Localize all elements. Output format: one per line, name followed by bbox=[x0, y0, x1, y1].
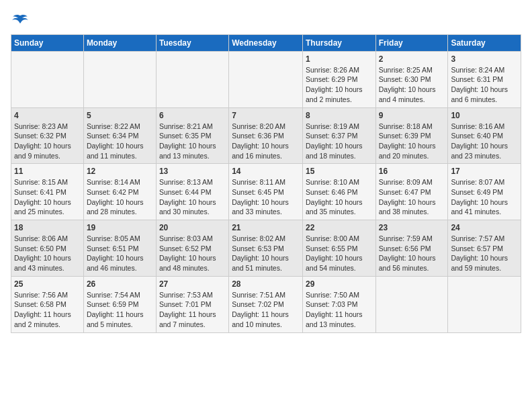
day-cell bbox=[83, 51, 156, 107]
day-cell: 11Sunrise: 8:15 AMSunset: 6:41 PMDayligh… bbox=[11, 164, 84, 220]
day-info: Sunrise: 7:56 AMSunset: 6:58 PMDaylight:… bbox=[14, 290, 81, 330]
day-cell: 21Sunrise: 8:02 AMSunset: 6:53 PMDayligh… bbox=[229, 220, 303, 277]
day-info: Sunrise: 7:57 AMSunset: 6:57 PMDaylight:… bbox=[451, 234, 518, 273]
day-cell: 16Sunrise: 8:09 AMSunset: 6:47 PMDayligh… bbox=[375, 164, 448, 220]
day-info: Sunrise: 8:26 AMSunset: 6:29 PMDaylight:… bbox=[306, 65, 373, 105]
day-cell: 2Sunrise: 8:25 AMSunset: 6:30 PMDaylight… bbox=[375, 51, 448, 107]
day-cell: 9Sunrise: 8:18 AMSunset: 6:39 PMDaylight… bbox=[375, 107, 448, 164]
day-info: Sunrise: 8:25 AMSunset: 6:30 PMDaylight:… bbox=[379, 65, 445, 105]
day-number: 5 bbox=[87, 111, 153, 120]
day-info: Sunrise: 8:06 AMSunset: 6:50 PMDaylight:… bbox=[14, 234, 81, 273]
day-number: 1 bbox=[306, 54, 373, 64]
day-info: Sunrise: 8:02 AMSunset: 6:53 PMDaylight:… bbox=[232, 234, 300, 273]
week-row-1: 1Sunrise: 8:26 AMSunset: 6:29 PMDaylight… bbox=[11, 51, 521, 107]
day-cell: 17Sunrise: 8:07 AMSunset: 6:49 PMDayligh… bbox=[448, 164, 521, 220]
day-cell: 24Sunrise: 7:57 AMSunset: 6:57 PMDayligh… bbox=[448, 220, 521, 277]
day-info: Sunrise: 8:21 AMSunset: 6:35 PMDaylight:… bbox=[159, 122, 226, 161]
day-cell: 10Sunrise: 8:16 AMSunset: 6:40 PMDayligh… bbox=[448, 107, 521, 164]
day-info: Sunrise: 8:10 AMSunset: 6:46 PMDaylight:… bbox=[306, 177, 373, 217]
day-number: 29 bbox=[306, 279, 373, 289]
day-cell: 3Sunrise: 8:24 AMSunset: 6:31 PMDaylight… bbox=[448, 51, 521, 107]
col-header-monday: Monday bbox=[83, 34, 156, 51]
week-row-3: 11Sunrise: 8:15 AMSunset: 6:41 PMDayligh… bbox=[11, 164, 521, 220]
day-number: 27 bbox=[159, 279, 226, 289]
day-number: 23 bbox=[379, 223, 445, 232]
day-cell: 8Sunrise: 8:19 AMSunset: 6:37 PMDaylight… bbox=[302, 107, 375, 164]
day-number: 16 bbox=[379, 167, 445, 176]
day-number: 3 bbox=[451, 54, 518, 64]
day-cell: 23Sunrise: 7:59 AMSunset: 6:56 PMDayligh… bbox=[375, 220, 448, 277]
day-cell: 29Sunrise: 7:50 AMSunset: 7:03 PMDayligh… bbox=[302, 276, 375, 332]
day-info: Sunrise: 7:50 AMSunset: 7:03 PMDaylight:… bbox=[306, 290, 373, 330]
col-header-thursday: Thursday bbox=[302, 34, 375, 51]
day-number: 19 bbox=[87, 223, 153, 232]
day-cell: 25Sunrise: 7:56 AMSunset: 6:58 PMDayligh… bbox=[11, 276, 84, 332]
header bbox=[11, 11, 521, 29]
week-row-5: 25Sunrise: 7:56 AMSunset: 6:58 PMDayligh… bbox=[11, 276, 521, 332]
day-cell: 12Sunrise: 8:14 AMSunset: 6:42 PMDayligh… bbox=[83, 164, 156, 220]
col-header-tuesday: Tuesday bbox=[156, 34, 228, 51]
day-number: 4 bbox=[14, 111, 81, 120]
day-info: Sunrise: 8:22 AMSunset: 6:34 PMDaylight:… bbox=[87, 122, 153, 161]
day-info: Sunrise: 8:09 AMSunset: 6:47 PMDaylight:… bbox=[379, 177, 445, 217]
day-cell: 26Sunrise: 7:54 AMSunset: 6:59 PMDayligh… bbox=[83, 276, 156, 332]
day-info: Sunrise: 8:00 AMSunset: 6:55 PMDaylight:… bbox=[306, 234, 373, 273]
day-number: 21 bbox=[232, 223, 300, 232]
day-info: Sunrise: 8:07 AMSunset: 6:49 PMDaylight:… bbox=[451, 177, 518, 217]
day-number: 11 bbox=[14, 167, 81, 176]
logo-bird-icon bbox=[11, 14, 29, 29]
day-info: Sunrise: 8:18 AMSunset: 6:39 PMDaylight:… bbox=[379, 122, 445, 161]
day-cell: 27Sunrise: 7:53 AMSunset: 7:01 PMDayligh… bbox=[156, 276, 228, 332]
day-number: 17 bbox=[451, 167, 518, 176]
day-cell: 6Sunrise: 8:21 AMSunset: 6:35 PMDaylight… bbox=[156, 107, 228, 164]
day-info: Sunrise: 8:16 AMSunset: 6:40 PMDaylight:… bbox=[451, 122, 518, 161]
day-info: Sunrise: 7:59 AMSunset: 6:56 PMDaylight:… bbox=[379, 234, 445, 273]
day-cell: 28Sunrise: 7:51 AMSunset: 7:02 PMDayligh… bbox=[229, 276, 303, 332]
day-info: Sunrise: 7:54 AMSunset: 6:59 PMDaylight:… bbox=[87, 290, 153, 330]
day-number: 15 bbox=[306, 167, 373, 176]
day-info: Sunrise: 8:20 AMSunset: 6:36 PMDaylight:… bbox=[232, 122, 300, 161]
day-cell bbox=[229, 51, 303, 107]
day-number: 10 bbox=[451, 111, 518, 120]
day-cell bbox=[448, 276, 521, 332]
logo bbox=[11, 13, 30, 29]
col-header-saturday: Saturday bbox=[448, 34, 521, 51]
day-number: 9 bbox=[379, 111, 445, 120]
day-cell: 1Sunrise: 8:26 AMSunset: 6:29 PMDaylight… bbox=[302, 51, 375, 107]
day-cell: 14Sunrise: 8:11 AMSunset: 6:45 PMDayligh… bbox=[229, 164, 303, 220]
calendar-table: SundayMondayTuesdayWednesdayThursdayFrid… bbox=[11, 34, 521, 333]
week-row-4: 18Sunrise: 8:06 AMSunset: 6:50 PMDayligh… bbox=[11, 220, 521, 277]
day-cell bbox=[11, 51, 84, 107]
day-info: Sunrise: 8:14 AMSunset: 6:42 PMDaylight:… bbox=[87, 177, 153, 217]
day-number: 8 bbox=[306, 111, 373, 120]
day-cell: 4Sunrise: 8:23 AMSunset: 6:32 PMDaylight… bbox=[11, 107, 84, 164]
day-info: Sunrise: 8:05 AMSunset: 6:51 PMDaylight:… bbox=[87, 234, 153, 273]
day-number: 2 bbox=[379, 54, 445, 64]
day-info: Sunrise: 8:11 AMSunset: 6:45 PMDaylight:… bbox=[232, 177, 300, 217]
day-cell: 19Sunrise: 8:05 AMSunset: 6:51 PMDayligh… bbox=[83, 220, 156, 277]
col-header-sunday: Sunday bbox=[11, 34, 84, 51]
col-header-wednesday: Wednesday bbox=[229, 34, 303, 51]
day-info: Sunrise: 7:53 AMSunset: 7:01 PMDaylight:… bbox=[159, 290, 226, 330]
day-number: 18 bbox=[14, 223, 81, 232]
day-number: 26 bbox=[87, 279, 153, 289]
day-cell: 22Sunrise: 8:00 AMSunset: 6:55 PMDayligh… bbox=[302, 220, 375, 277]
day-number: 24 bbox=[451, 223, 518, 232]
day-cell: 7Sunrise: 8:20 AMSunset: 6:36 PMDaylight… bbox=[229, 107, 303, 164]
day-info: Sunrise: 7:51 AMSunset: 7:02 PMDaylight:… bbox=[232, 290, 300, 330]
day-number: 13 bbox=[159, 167, 226, 176]
col-header-friday: Friday bbox=[375, 34, 448, 51]
day-number: 7 bbox=[232, 111, 300, 120]
day-cell bbox=[375, 276, 448, 332]
day-number: 28 bbox=[232, 279, 300, 289]
day-number: 22 bbox=[306, 223, 373, 232]
day-info: Sunrise: 8:19 AMSunset: 6:37 PMDaylight:… bbox=[306, 122, 373, 161]
day-number: 6 bbox=[159, 111, 226, 120]
day-info: Sunrise: 8:23 AMSunset: 6:32 PMDaylight:… bbox=[14, 122, 81, 161]
day-number: 12 bbox=[87, 167, 153, 176]
day-cell bbox=[156, 51, 228, 107]
day-cell: 20Sunrise: 8:03 AMSunset: 6:52 PMDayligh… bbox=[156, 220, 228, 277]
day-number: 20 bbox=[159, 223, 226, 232]
day-info: Sunrise: 8:24 AMSunset: 6:31 PMDaylight:… bbox=[451, 65, 518, 105]
day-info: Sunrise: 8:15 AMSunset: 6:41 PMDaylight:… bbox=[14, 177, 81, 217]
